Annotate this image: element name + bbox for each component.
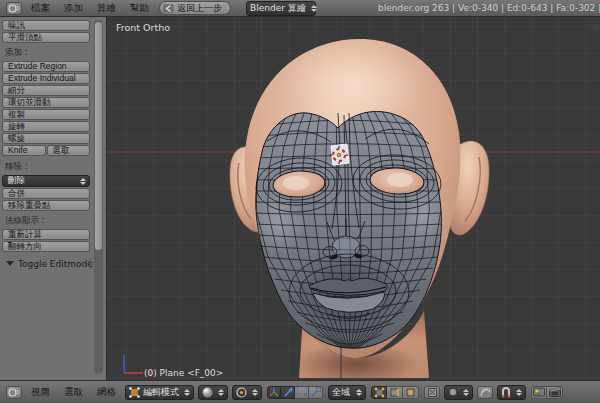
pivot-median-icon bbox=[236, 387, 247, 398]
proportional-edit-dropdown[interactable] bbox=[444, 385, 473, 400]
vertex-select-icon bbox=[374, 387, 385, 398]
tool-noise-button[interactable]: 噪訊 bbox=[2, 20, 90, 31]
menu-add[interactable]: 添加 bbox=[57, 2, 90, 15]
rotate-arc-icon bbox=[297, 387, 307, 397]
manipulator-group bbox=[267, 386, 323, 399]
select-mode-group bbox=[371, 386, 419, 399]
scale-icon bbox=[311, 387, 321, 397]
face-select-button[interactable] bbox=[403, 386, 419, 399]
edge-select-button[interactable] bbox=[387, 386, 403, 399]
tool-extrude-region-button[interactable]: Extrude Region bbox=[2, 61, 90, 72]
tool-remove-doubles-button[interactable]: 移除重疊點 bbox=[2, 200, 90, 211]
toggle-editmode-panel-header[interactable]: Toggle Editmode bbox=[2, 257, 102, 270]
menu-mesh[interactable]: 網格 bbox=[90, 386, 123, 399]
manipulator-toggle-button[interactable] bbox=[267, 386, 281, 399]
tool-knife-select-button[interactable]: 選取 bbox=[47, 145, 91, 156]
proportional-off-icon bbox=[448, 387, 458, 397]
vertex-select-button[interactable] bbox=[371, 386, 387, 399]
info-editor-icon bbox=[8, 4, 20, 13]
panel-collapse-icon bbox=[6, 261, 14, 266]
snap-dropdown[interactable] bbox=[497, 385, 526, 400]
falloff-button[interactable] bbox=[477, 386, 493, 399]
active-object-label: (0) Plane <F_00> bbox=[144, 368, 223, 378]
tool-loopcut-slide-button[interactable]: 環切並滑動 bbox=[2, 97, 90, 108]
view3d-editor-icon bbox=[8, 388, 20, 397]
magnet-icon bbox=[501, 387, 511, 398]
menu-select[interactable]: 選取 bbox=[57, 386, 90, 399]
solid-shading-icon bbox=[202, 387, 213, 398]
retopo-mesh[interactable] bbox=[250, 108, 447, 356]
scene-stats: blender.org 263 | Ve:0-340 | Ed:0-643 | … bbox=[378, 3, 600, 13]
tool-recalculate-normals-button[interactable]: 重新計算 bbox=[2, 229, 90, 240]
editor-type-selector[interactable] bbox=[6, 386, 22, 399]
transform-orientation-dropdown[interactable]: 全域 bbox=[328, 385, 366, 400]
add-section-label: 添加 : bbox=[5, 47, 106, 59]
scene-canvas: x bbox=[107, 17, 600, 380]
chevron-updown-icon bbox=[252, 389, 258, 396]
viewport-shading-dropdown[interactable] bbox=[198, 385, 228, 400]
tool-flip-direction-button[interactable]: 翻轉方向 bbox=[2, 241, 90, 252]
back-one-step-button[interactable]: 返回上一步 bbox=[159, 1, 231, 15]
render-still-icon bbox=[533, 387, 545, 397]
tool-subdivide-button[interactable]: 細分 bbox=[2, 85, 90, 96]
chevron-updown-icon bbox=[311, 5, 317, 12]
edge-select-icon bbox=[389, 387, 400, 398]
manipulator-axes-icon bbox=[269, 387, 279, 397]
chevron-updown-icon bbox=[463, 389, 469, 396]
menu-help[interactable]: 幫助 bbox=[123, 2, 156, 15]
tool-extrude-individual-button[interactable]: Extrude Individual bbox=[2, 73, 90, 84]
viewport-3d[interactable]: x Front Ortho (0) Plane <F_00> bbox=[107, 17, 600, 380]
view-mode-label: Front Ortho bbox=[116, 22, 170, 33]
editor-type-selector[interactable] bbox=[6, 2, 22, 15]
render-engine-dropdown[interactable]: Blender 算繪 bbox=[246, 1, 316, 16]
delete-dropdown[interactable]: 刪除 bbox=[2, 175, 90, 187]
tool-shelf: 噪訊 平滑頂點 添加 : Extrude Region Extrude Indi… bbox=[0, 17, 107, 380]
opengl-render-button[interactable] bbox=[531, 386, 547, 399]
chevron-updown-icon bbox=[356, 389, 362, 396]
tool-smooth-vertex-button[interactable]: 平滑頂點 bbox=[2, 32, 90, 43]
translate-manipulator-button[interactable] bbox=[281, 386, 295, 399]
translate-arrow-icon bbox=[283, 387, 293, 397]
face-select-icon bbox=[405, 387, 416, 398]
normals-section-label: 法線顯示 : bbox=[5, 215, 106, 227]
chevron-updown-icon bbox=[516, 389, 522, 396]
tool-knife-button[interactable]: Knife bbox=[2, 145, 46, 156]
opengl-render-group bbox=[531, 386, 563, 399]
tool-shelf-scrollbar[interactable] bbox=[94, 20, 103, 374]
falloff-curve-icon bbox=[480, 387, 491, 398]
opengl-render-anim-button[interactable] bbox=[547, 386, 563, 399]
render-anim-icon bbox=[549, 387, 561, 397]
remove-section-label: 移除 : bbox=[5, 161, 106, 173]
info-header-bar: 檔案 添加 算繪 幫助 返回上一步 Blender 算繪 blender.org… bbox=[0, 0, 600, 17]
pivot-point-dropdown[interactable] bbox=[232, 385, 262, 400]
chevron-updown-icon bbox=[218, 389, 224, 396]
tool-spin-button[interactable]: 旋轉 bbox=[2, 121, 90, 132]
chevron-updown-icon bbox=[80, 178, 86, 185]
scrollbar-thumb[interactable] bbox=[95, 22, 102, 250]
menu-file[interactable]: 檔案 bbox=[24, 2, 57, 15]
menu-view[interactable]: 視圖 bbox=[24, 386, 57, 399]
editmode-icon bbox=[129, 387, 140, 398]
tool-duplicate-button[interactable]: 複製 bbox=[2, 109, 90, 120]
occlude-geometry-button[interactable] bbox=[424, 386, 440, 399]
menu-render[interactable]: 算繪 bbox=[90, 2, 123, 15]
back-arrow-icon bbox=[163, 4, 174, 13]
tool-merge-button[interactable]: 合併 bbox=[2, 188, 90, 199]
viewport-header-bar: 視圖 選取 網格 編輯模式 bbox=[0, 380, 600, 403]
rotate-manipulator-button[interactable] bbox=[295, 386, 309, 399]
scale-manipulator-button[interactable] bbox=[309, 386, 323, 399]
chevron-updown-icon bbox=[184, 389, 190, 396]
mode-dropdown[interactable]: 編輯模式 bbox=[125, 385, 194, 400]
occlude-icon bbox=[427, 387, 438, 398]
tool-screw-button[interactable]: 螺旋 bbox=[2, 133, 90, 144]
